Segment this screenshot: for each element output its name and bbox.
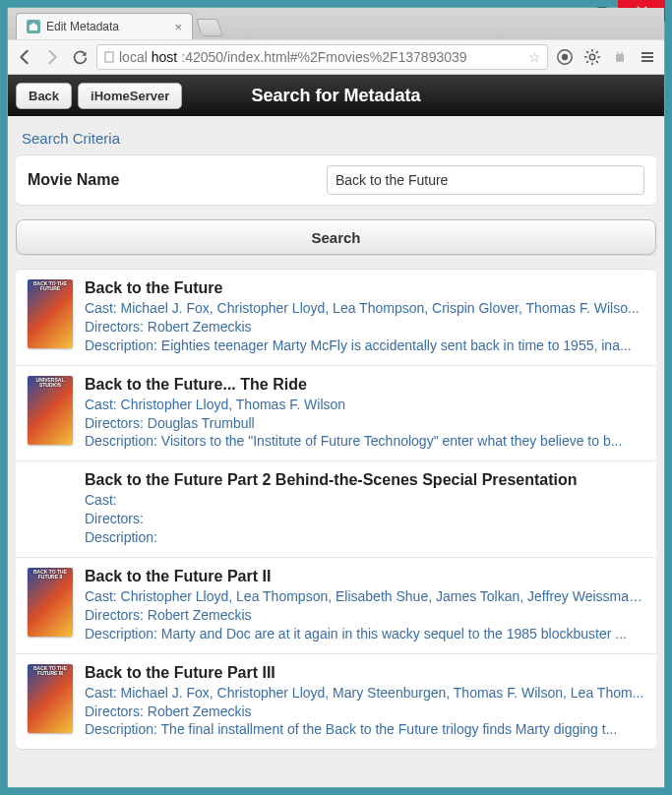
result-description: Description: Eighties teenager Marty McF…	[85, 336, 644, 355]
browser-window: Edit Metadata × localhost:42050/index.ht…	[7, 7, 665, 788]
result-cast: Cast: Christopher Lloyd, Lea Thompson, E…	[85, 587, 644, 606]
movie-name-input[interactable]	[327, 165, 644, 195]
result-body: Back to the Future Part 2 Behind-the-Sce…	[85, 471, 644, 547]
bookmark-star-icon[interactable]: ☆	[528, 49, 541, 65]
poster-thumbnail: BACK TO THE FUTURE III	[28, 664, 73, 733]
result-item[interactable]: BACK TO THE FUTURE IIBack to the Future …	[16, 558, 656, 654]
poster-thumbnail: BACK TO THE FUTURE	[28, 279, 73, 348]
app-scroll-area[interactable]: Back iHomeServer Search for Metadata Sea…	[8, 75, 664, 787]
result-title: Back to the Future Part 2 Behind-the-Sce…	[85, 471, 644, 489]
result-item[interactable]: BACK TO THE FUTURE IIIBack to the Future…	[16, 654, 656, 750]
results-list: BACK TO THE FUTUREBack to the FutureCast…	[16, 269, 656, 750]
tab-strip: Edit Metadata ×	[8, 8, 664, 39]
forward-icon	[41, 46, 63, 68]
extension-icon[interactable]	[554, 46, 576, 68]
page-icon	[103, 51, 115, 63]
menu-icon[interactable]	[637, 46, 658, 68]
url-host: host	[152, 49, 177, 65]
result-title: Back to the Future	[85, 279, 644, 297]
result-directors: Directors:	[85, 510, 644, 528]
result-item[interactable]: UNIVERSAL STUDIOSBack to the Future... T…	[16, 366, 656, 462]
settings-gear-icon[interactable]	[581, 46, 603, 68]
poster-thumbnail	[28, 471, 73, 540]
result-body: Back to the Future... The RideCast: Chri…	[85, 376, 644, 452]
android-icon[interactable]	[609, 46, 631, 68]
result-cast: Cast: Michael J. Fox, Christopher Lloyd,…	[85, 684, 644, 703]
svg-rect-4	[105, 52, 113, 62]
svg-point-7	[589, 54, 594, 59]
tab-title: Edit Metadata	[46, 20, 119, 33]
poster-caption: BACK TO THE FUTURE	[30, 281, 71, 291]
svg-line-17	[618, 51, 619, 53]
svg-line-15	[596, 51, 598, 53]
result-description: Description: The final installment of th…	[85, 720, 644, 739]
svg-line-18	[622, 51, 623, 53]
result-cast: Cast:	[85, 491, 644, 510]
result-description: Description:	[85, 528, 644, 547]
address-bar[interactable]: localhost:42050/index.html#%2Fmovies%2F1…	[96, 44, 548, 70]
result-description: Description: Visitors to the "Institute …	[85, 432, 644, 451]
tab-favicon-icon	[27, 20, 40, 33]
result-item[interactable]: BACK TO THE FUTUREBack to the FutureCast…	[16, 270, 656, 366]
app-viewport: Back iHomeServer Search for Metadata Sea…	[8, 75, 664, 787]
url-prefix: local	[119, 49, 148, 65]
search-button[interactable]: Search	[16, 219, 656, 255]
navigation-bar: localhost:42050/index.html#%2Fmovies%2F1…	[8, 39, 664, 75]
result-title: Back to the Future Part II	[85, 568, 644, 585]
svg-line-12	[586, 51, 588, 53]
svg-line-14	[586, 61, 588, 63]
result-cast: Cast: Christopher Lloyd, Thomas F. Wilso…	[85, 396, 644, 414]
new-tab-button[interactable]	[196, 19, 223, 36]
result-cast: Cast: Michael J. Fox, Christopher Lloyd,…	[85, 299, 644, 318]
poster-thumbnail: UNIVERSAL STUDIOS	[28, 376, 73, 445]
search-criteria-label: Search Criteria	[8, 116, 664, 154]
result-item[interactable]: Back to the Future Part 2 Behind-the-Sce…	[16, 461, 656, 558]
result-body: Back to the Future Part IIICast: Michael…	[85, 664, 644, 740]
app-header: Back iHomeServer Search for Metadata	[8, 75, 664, 116]
back-icon[interactable]	[14, 46, 35, 68]
result-title: Back to the Future... The Ride	[85, 376, 644, 394]
svg-rect-16	[616, 54, 624, 62]
result-directors: Directors: Robert Zemeckis	[85, 606, 644, 625]
result-title: Back to the Future Part III	[85, 664, 644, 682]
result-description: Description: Marty and Doc are at it aga…	[85, 625, 644, 643]
result-body: Back to the Future Part IICast: Christop…	[85, 568, 644, 643]
window-frame: Edit Metadata × localhost:42050/index.ht…	[0, 0, 672, 795]
poster-caption: BACK TO THE FUTURE II	[30, 570, 71, 580]
tab-close-icon[interactable]: ×	[174, 20, 182, 34]
movie-name-label: Movie Name	[28, 171, 313, 189]
svg-point-6	[562, 54, 568, 60]
movie-name-row: Movie Name	[16, 154, 656, 206]
result-directors: Directors: Robert Zemeckis	[85, 318, 644, 336]
poster-caption: UNIVERSAL STUDIOS	[30, 378, 71, 388]
result-directors: Directors: Douglas Trumbull	[85, 414, 644, 433]
svg-line-13	[596, 61, 598, 63]
poster-thumbnail: BACK TO THE FUTURE II	[28, 568, 73, 637]
reload-icon[interactable]	[69, 46, 91, 68]
result-directors: Directors: Robert Zemeckis	[85, 703, 644, 721]
poster-caption: BACK TO THE FUTURE III	[30, 666, 71, 676]
ihomeserver-button[interactable]: iHomeServer	[78, 83, 182, 109]
result-body: Back to the FutureCast: Michael J. Fox, …	[85, 279, 644, 355]
url-rest: :42050/index.html#%2Fmovies%2F137893039	[181, 49, 466, 65]
back-button[interactable]: Back	[16, 83, 72, 109]
browser-tab[interactable]: Edit Metadata ×	[16, 13, 193, 39]
